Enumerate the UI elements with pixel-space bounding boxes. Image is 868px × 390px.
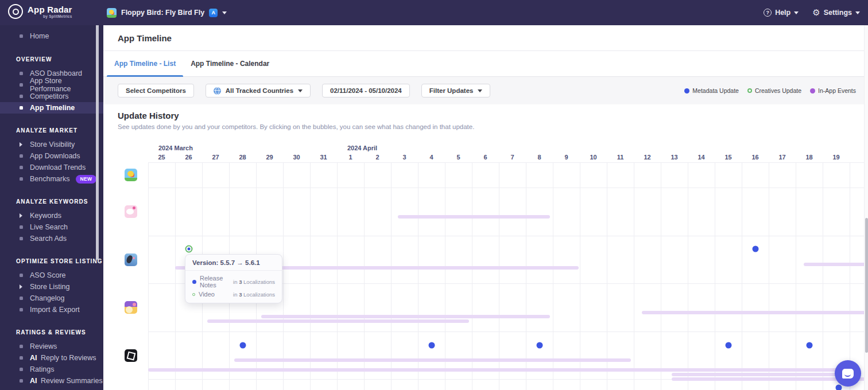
sidebar-item-ratings[interactable]: Ratings bbox=[0, 364, 103, 375]
app-radar-logo-icon bbox=[8, 4, 23, 19]
gridline-vertical bbox=[607, 162, 607, 390]
sidebar-item-keywords[interactable]: Keywords bbox=[0, 210, 103, 221]
panel-title: Update History bbox=[118, 111, 179, 120]
sidebar-item-ai-review-summaries[interactable]: AI Review Summaries bbox=[0, 375, 103, 387]
day-label: 19 bbox=[823, 154, 850, 161]
in-app-event-bar[interactable] bbox=[261, 315, 550, 318]
in-app-event-bar[interactable] bbox=[207, 319, 469, 323]
page-title: App Timeline bbox=[118, 33, 172, 43]
in-app-event-bar[interactable] bbox=[398, 215, 551, 219]
help-menu[interactable]: ? Help bbox=[764, 9, 799, 17]
app-selector-dropdown[interactable]: Floppy Bird: Fly Bird Fly A bbox=[107, 5, 227, 20]
bullet-icon bbox=[20, 237, 24, 240]
sidebar-item-download-trends[interactable]: Download Trends bbox=[0, 162, 103, 173]
creatives-legend-icon bbox=[747, 88, 752, 93]
bullet-icon bbox=[20, 106, 24, 110]
sidebar-item-store-listing[interactable]: Store Listing bbox=[0, 281, 103, 292]
in-app-event-bar[interactable] bbox=[672, 373, 861, 376]
metadata-update-bubble[interactable] bbox=[806, 342, 812, 349]
sidebar-item-reviews[interactable]: Reviews bbox=[0, 341, 103, 352]
metadata-update-bubble[interactable] bbox=[428, 342, 435, 349]
sidebar-item-search-ads[interactable]: Search Ads bbox=[0, 233, 103, 244]
sidebar-item-app-store-performance[interactable]: App Store Performance bbox=[0, 79, 103, 91]
sidebar-item-changelog[interactable]: Changelog bbox=[0, 292, 103, 304]
day-label: 15 bbox=[715, 154, 742, 161]
metadata-update-bubble[interactable] bbox=[536, 342, 542, 349]
tab-app-timeline-calendar[interactable]: App Timeline - Calendar bbox=[183, 51, 277, 76]
metadata-update-bubble[interactable] bbox=[725, 342, 731, 349]
gridline-vertical bbox=[310, 162, 311, 390]
settings-label: Settings bbox=[824, 9, 852, 17]
sidebar-scrollbar-thumb[interactable] bbox=[96, 2, 99, 260]
settings-menu[interactable]: ⚙ Settings bbox=[812, 9, 860, 17]
app-store-icon: A bbox=[209, 9, 218, 17]
tooltip-row-release-notes: Release Notes in 3 Localizations bbox=[192, 275, 275, 288]
intercom-chat-button[interactable] bbox=[835, 360, 861, 387]
bullet-icon bbox=[20, 368, 24, 371]
sidebar-item-store-visibility[interactable]: Store Visibility bbox=[0, 139, 103, 150]
sidebar-nav: HomeOVERVIEWASO DashboardApp Store Perfo… bbox=[0, 25, 103, 390]
sidebar-section-overview: OVERVIEW bbox=[16, 56, 103, 63]
in-app-event-bar[interactable] bbox=[642, 311, 864, 314]
gridline-vertical bbox=[364, 162, 365, 390]
sidebar-item-home[interactable]: Home bbox=[0, 30, 103, 42]
sidebar-item-import-and-export[interactable]: Import & Export bbox=[0, 304, 103, 315]
sidebar-item-ai-reply-to-reviews[interactable]: AI Reply to Reviews bbox=[0, 352, 103, 364]
day-label: 25 bbox=[148, 154, 175, 161]
bullet-icon bbox=[20, 72, 24, 75]
sidebar-item-benchmarks[interactable]: BenchmarksNEW bbox=[0, 173, 103, 185]
update-bubble-selected[interactable] bbox=[186, 247, 191, 252]
day-label: 3 bbox=[391, 154, 418, 161]
gridline-horizontal bbox=[148, 162, 864, 163]
help-icon: ? bbox=[764, 9, 772, 17]
sidebar-item-live-search[interactable]: Live Search bbox=[0, 221, 103, 233]
chevron-down-icon bbox=[478, 89, 482, 92]
tooltip-row-detail: in 3 Localizations bbox=[233, 291, 275, 298]
chevron-down-icon bbox=[794, 11, 799, 14]
day-label: 14 bbox=[688, 154, 715, 161]
tab-app-timeline-list[interactable]: App Timeline - List bbox=[107, 51, 183, 76]
day-label: 27 bbox=[202, 154, 229, 161]
chevron-right-icon bbox=[20, 213, 24, 218]
filter-updates-dropdown[interactable]: Filter Updates bbox=[421, 84, 491, 98]
gridline-vertical bbox=[769, 162, 769, 390]
main-scrollbar-thumb[interactable] bbox=[865, 218, 868, 353]
events-legend-icon bbox=[810, 88, 815, 93]
metadata-update-bubble[interactable] bbox=[836, 385, 842, 390]
bullet-icon bbox=[20, 308, 24, 311]
filter-bar: Select Competitors All Tracked Countries… bbox=[103, 77, 864, 104]
legend-in-app-events: In-App Events bbox=[810, 87, 856, 94]
sidebar-item-label: Live Search bbox=[30, 223, 68, 231]
brand-byline: by SplitMetrics bbox=[43, 14, 72, 18]
main-scrollbar[interactable] bbox=[864, 25, 868, 390]
gridline-vertical bbox=[553, 162, 553, 390]
date-range-input[interactable]: 02/11/2024 - 05/10/2024 bbox=[322, 84, 410, 98]
app-radar-logo-link[interactable]: App Radar by SplitMetrics bbox=[8, 4, 72, 19]
tooltip-row-detail: in 3 Localizations bbox=[233, 279, 275, 285]
gridline-vertical bbox=[661, 162, 661, 390]
sidebar-item-app-downloads[interactable]: App Downloads bbox=[0, 150, 103, 162]
sidebar-item-app-timeline[interactable]: App Timeline bbox=[0, 102, 103, 114]
metadata-update-bubble[interactable] bbox=[752, 246, 758, 252]
bullet-icon bbox=[20, 356, 24, 360]
countries-dropdown[interactable]: All Tracked Countries bbox=[206, 84, 311, 98]
update-tooltip: Version: 5.5.7 → 5.6.1 Release Notes in … bbox=[185, 254, 282, 303]
gridline-vertical bbox=[418, 162, 418, 390]
filter-updates-label: Filter Updates bbox=[429, 87, 474, 94]
sidebar-item-competitors[interactable]: Competitors bbox=[0, 91, 103, 102]
metadata-update-bubble[interactable] bbox=[239, 342, 246, 349]
sidebar-item-aso-score[interactable]: ASO Score bbox=[0, 270, 103, 281]
day-label: 11 bbox=[607, 154, 634, 161]
select-competitors-button[interactable]: Select Competitors bbox=[118, 84, 194, 98]
gridline-vertical bbox=[580, 162, 580, 390]
sidebar-item-label: Competitors bbox=[30, 92, 68, 100]
sidebar-item-label: Search Ads bbox=[30, 235, 67, 243]
tooltip-row-label: Video bbox=[199, 291, 215, 298]
in-app-event-bar[interactable] bbox=[148, 368, 839, 372]
floppy-bird-app-icon bbox=[107, 8, 117, 18]
sidebar-item-label: Benchmarks bbox=[30, 175, 69, 183]
in-app-event-bar[interactable] bbox=[804, 263, 864, 266]
panel-subtitle: See updates done by you and your competi… bbox=[118, 123, 474, 130]
day-label: 18 bbox=[796, 154, 823, 161]
in-app-event-bar[interactable] bbox=[234, 358, 631, 362]
